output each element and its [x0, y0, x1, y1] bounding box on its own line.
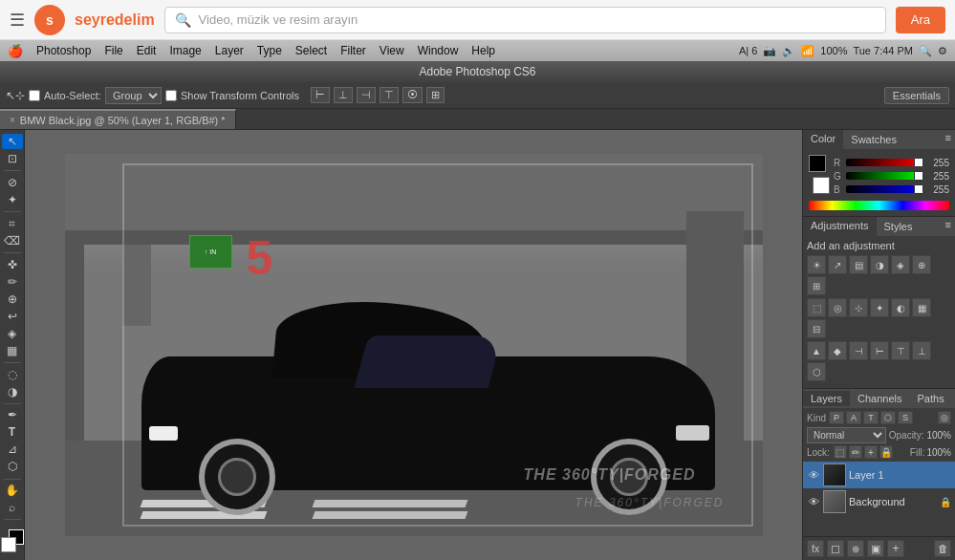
- adj-panel-menu[interactable]: ≡: [942, 217, 955, 236]
- menu-edit[interactable]: Edit: [131, 43, 163, 58]
- zoom-tool[interactable]: ⌕: [2, 500, 23, 515]
- adj-prev3[interactable]: ⊤: [891, 341, 910, 360]
- channel-g-bar[interactable]: [846, 172, 923, 180]
- auto-select-checkbox[interactable]: [29, 90, 40, 101]
- layer-adj-btn[interactable]: ⊕: [847, 540, 864, 557]
- layer-filter-toggle[interactable]: ◎: [938, 411, 951, 424]
- adj-brightness[interactable]: ☀: [807, 255, 826, 274]
- shape-tool[interactable]: ⬡: [2, 459, 23, 474]
- lock-transparency[interactable]: ⬚: [834, 445, 847, 459]
- filter-shape[interactable]: ⬡: [880, 411, 896, 424]
- menu-image[interactable]: Image: [163, 43, 206, 58]
- align-btn-2[interactable]: ⊥: [334, 87, 353, 103]
- color-panel-menu[interactable]: ≡: [942, 130, 955, 149]
- clone-stamp-tool[interactable]: ⊕: [2, 291, 23, 307]
- adjustments-tab[interactable]: Adjustments: [803, 217, 877, 236]
- adj-prev4[interactable]: ⊥: [912, 341, 931, 360]
- new-group-btn[interactable]: ▣: [867, 540, 884, 557]
- bg-swatch[interactable]: [813, 177, 830, 194]
- adj-hsl[interactable]: ⊕: [912, 255, 931, 274]
- delete-layer-btn[interactable]: 🗑: [934, 540, 951, 557]
- menu-photoshop[interactable]: Photoshop: [31, 43, 97, 58]
- align-btn-3[interactable]: ⊣: [357, 87, 376, 103]
- ps-canvas[interactable]: 5 ↑ IN: [25, 130, 802, 560]
- layer-item-background[interactable]: 👁 Background 🔒: [803, 488, 955, 515]
- eyedropper-tool[interactable]: ⌫: [2, 233, 23, 248]
- channel-b-slider[interactable]: [914, 184, 923, 194]
- layer-1-visibility[interactable]: 👁: [807, 468, 820, 482]
- browser-search-bar[interactable]: 🔍 Video, müzik ve resim arayın: [164, 7, 886, 33]
- adj-posterize[interactable]: ▦: [912, 298, 931, 317]
- filter-pixel[interactable]: P: [829, 411, 844, 424]
- adj-levels[interactable]: ▤: [849, 255, 868, 274]
- background-color[interactable]: [1, 537, 16, 552]
- path-selection-tool[interactable]: ⊿: [2, 442, 23, 457]
- align-btn-1[interactable]: ⊢: [311, 87, 330, 103]
- menu-select[interactable]: Select: [290, 43, 333, 58]
- pen-tool[interactable]: ✒: [2, 407, 23, 422]
- auto-select-dropdown[interactable]: Group Layer: [105, 87, 162, 104]
- search-mac-icon[interactable]: 🔍: [919, 45, 932, 57]
- adj-prev2[interactable]: ⊢: [870, 341, 889, 360]
- adj-colorbalance[interactable]: ⊞: [807, 276, 826, 295]
- layer-mask-btn[interactable]: ◻: [827, 540, 844, 557]
- image-tab[interactable]: × BMW Black.jpg @ 50% (Layer 1, RGB/B#) …: [0, 109, 236, 129]
- menu-filter[interactable]: Filter: [335, 43, 372, 58]
- adj-threshold[interactable]: ⊟: [807, 319, 826, 338]
- hamburger-icon[interactable]: ☰: [10, 10, 25, 31]
- healing-brush-tool[interactable]: ✜: [2, 256, 23, 271]
- layer-item-1[interactable]: 👁 Layer 1: [803, 462, 955, 488]
- menu-view[interactable]: View: [374, 43, 410, 58]
- adj-invert[interactable]: ◐: [891, 298, 910, 317]
- adj-vibrance[interactable]: ◈: [891, 255, 910, 274]
- adj-bw[interactable]: ⬚: [807, 298, 826, 317]
- menu-window[interactable]: Window: [412, 43, 465, 58]
- new-layer-btn[interactable]: +: [887, 540, 904, 557]
- adj-selective[interactable]: ◆: [828, 341, 847, 360]
- color-tab[interactable]: Color: [803, 130, 843, 149]
- adj-channelmixer[interactable]: ⊹: [849, 298, 868, 317]
- hand-tool[interactable]: ✋: [2, 483, 23, 498]
- lock-paint[interactable]: ✏: [849, 445, 862, 459]
- menu-file[interactable]: File: [98, 43, 128, 58]
- layers-tab[interactable]: Layers: [803, 391, 850, 406]
- distribute-btn-2[interactable]: ⊞: [426, 87, 445, 103]
- menu-type[interactable]: Type: [251, 43, 288, 58]
- distribute-btn-1[interactable]: ⦿: [402, 87, 423, 103]
- adj-curves[interactable]: ↗: [828, 255, 847, 274]
- channel-r-bar[interactable]: [846, 159, 923, 166]
- adj-prev1[interactable]: ⊣: [849, 341, 868, 360]
- swatches-tab[interactable]: Swatches: [843, 130, 904, 149]
- menu-help[interactable]: Help: [466, 43, 501, 58]
- channel-r-slider[interactable]: [914, 158, 923, 167]
- magic-wand-tool[interactable]: ✦: [2, 192, 23, 207]
- eraser-tool[interactable]: ◈: [2, 326, 23, 341]
- control-icon[interactable]: ⚙: [938, 45, 947, 57]
- move-tool[interactable]: ↖: [2, 134, 23, 149]
- gradient-tool[interactable]: ▦: [2, 343, 23, 358]
- blur-tool[interactable]: ◌: [2, 367, 23, 382]
- text-tool[interactable]: T: [2, 424, 23, 440]
- tab-close-icon[interactable]: ×: [10, 115, 15, 125]
- adj-exposure[interactable]: ◑: [870, 255, 889, 274]
- crop-tool[interactable]: ⌗: [2, 216, 23, 231]
- channel-b-bar[interactable]: [846, 185, 923, 193]
- foreground-background-colors[interactable]: [5, 526, 20, 556]
- fg-swatch[interactable]: [809, 155, 826, 172]
- lock-position[interactable]: +: [864, 445, 878, 459]
- adj-gradient[interactable]: ▲: [807, 341, 826, 360]
- adj-colorlookup[interactable]: ✦: [870, 298, 889, 317]
- color-spectrum-bar[interactable]: [809, 201, 949, 210]
- blend-mode-dropdown[interactable]: Normal Multiply Screen: [807, 427, 886, 443]
- search-button[interactable]: Ara: [896, 7, 945, 33]
- layer-fx-btn[interactable]: fx: [807, 540, 824, 557]
- filter-smart[interactable]: S: [898, 411, 913, 424]
- selection-tool[interactable]: ⊡: [2, 151, 23, 166]
- filter-type[interactable]: T: [863, 411, 879, 424]
- dodge-tool[interactable]: ◑: [2, 384, 23, 399]
- filter-adj[interactable]: A: [846, 411, 861, 424]
- apple-icon[interactable]: 🍎: [8, 44, 23, 58]
- brush-tool[interactable]: ✏: [2, 274, 23, 290]
- menu-layer[interactable]: Layer: [209, 43, 250, 58]
- adj-prev5[interactable]: ⬡: [807, 362, 826, 381]
